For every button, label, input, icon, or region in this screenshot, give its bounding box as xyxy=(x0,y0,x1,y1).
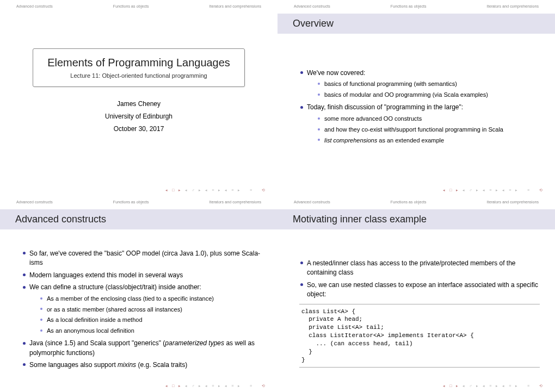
footer-icons: ◂ □ ▸ ◂ ♂ ▸ ◂ ≡ ▸ ◂ ≡ ▸ ≡ ⟲ xyxy=(443,384,544,388)
nav-line: Advanced constructs Functions as objects… xyxy=(15,4,262,14)
title-sub: Lecture 11: Object-oriented functional p… xyxy=(43,72,235,79)
footer-icons: ◂ □ ▸ ◂ ♂ ▸ ◂ ≡ ▸ ◂ ≡ ▸ ≡ ⟲ xyxy=(165,188,267,192)
nav-c: Iterators and comprehensions xyxy=(209,200,261,204)
slide-body: A nested/inner class has access to the p… xyxy=(293,239,540,368)
code-block: class List<A> { private A head; private … xyxy=(299,304,540,368)
nav-b: Functions as objects xyxy=(113,4,149,8)
nav-b: Functions as objects xyxy=(113,200,149,204)
sub-bullet: or as a static member (shared across all… xyxy=(40,306,262,314)
date: October 30, 2017 xyxy=(15,123,262,135)
nav-c: Iterators and comprehensions xyxy=(487,200,539,204)
nav-c: Iterators and comprehensions xyxy=(487,4,539,8)
bullet: Java (since 1.5) and Scala support "gene… xyxy=(23,339,262,358)
slide-header: Overview xyxy=(278,14,555,34)
bullet: We can define a structure (class/object/… xyxy=(23,283,262,335)
bullet: So, we can use nested classes to expose … xyxy=(300,281,540,300)
bullet: Today, finish discussion of "programming… xyxy=(300,103,540,145)
slide-overview: Advanced constructs Functions as objects… xyxy=(278,0,555,196)
slide-header: Advanced constructs xyxy=(0,209,278,229)
sub-bullet: list comprehensions as an extended examp… xyxy=(318,136,540,145)
nav-a: Advanced constructs xyxy=(294,200,330,204)
nav-a: Advanced constructs xyxy=(294,4,330,8)
nav-line: Advanced constructs Functions as objects… xyxy=(293,200,540,209)
author: James Cheney xyxy=(15,98,262,110)
nav-a: Advanced constructs xyxy=(16,200,53,204)
institution: University of Edinburgh xyxy=(15,110,262,123)
nav-line: Advanced constructs Functions as objects… xyxy=(15,200,262,209)
sub-bullet: basics of modular and OO programming (vi… xyxy=(318,91,540,99)
sub-bullet: As a local definition inside a method xyxy=(40,316,262,325)
bullet: Modern languages extend this model in se… xyxy=(23,271,262,280)
title-main: Elements of Programming Languages xyxy=(43,57,235,69)
slide-title: Advanced constructs Functions as objects… xyxy=(0,0,278,196)
bullet: A nested/inner class has access to the p… xyxy=(300,259,540,278)
bullet: Some languages also support mixins (e.g.… xyxy=(23,360,262,370)
nav-b: Functions as objects xyxy=(391,4,427,8)
nav-c: Iterators and comprehensions xyxy=(209,4,261,8)
footer-icons: ◂ □ ▸ ◂ ♂ ▸ ◂ ≡ ▸ ◂ ≡ ▸ ≡ ⟲ xyxy=(443,188,544,192)
slide-motivating: Advanced constructs Functions as objects… xyxy=(278,196,555,391)
nav-a: Advanced constructs xyxy=(16,4,53,8)
bullet: So far, we've covered the "basic" OOP mo… xyxy=(23,249,262,268)
bullet: We've now covered: basics of functional … xyxy=(300,69,540,99)
footer-icons: ◂ □ ▸ ◂ ♂ ▸ ◂ ≡ ▸ ◂ ≡ ▸ ≡ ⟲ xyxy=(165,384,267,388)
sub-bullet: some more advanced OO constructs xyxy=(318,115,540,123)
slide-advanced: Advanced constructs Functions as objects… xyxy=(0,196,278,391)
slide-header: Motivating inner class example xyxy=(278,209,555,229)
slide-body: We've now covered: basics of functional … xyxy=(293,43,540,145)
nav-b: Functions as objects xyxy=(391,200,427,204)
title-meta: James Cheney University of Edinburgh Oct… xyxy=(15,98,262,135)
sub-bullet: basics of functional programming (with s… xyxy=(318,80,540,89)
title-frame: Elements of Programming Languages Lectur… xyxy=(33,48,245,87)
sub-bullet: As a member of the enclosing class (tied… xyxy=(40,295,262,303)
nav-line: Advanced constructs Functions as objects… xyxy=(293,4,540,14)
sub-bullet: As an anonymous local definition xyxy=(40,327,262,335)
slide-body: So far, we've covered the "basic" OOP mo… xyxy=(15,239,262,370)
sub-bullet: and how they co-exist with/support funct… xyxy=(318,126,540,134)
